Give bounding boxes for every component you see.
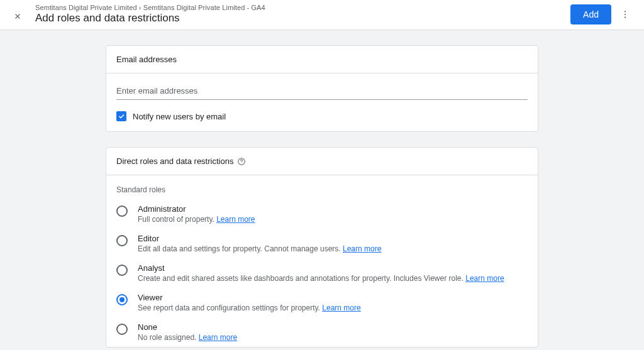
content: Email addresses Notify new users by emai…: [106, 45, 538, 350]
role-title: Editor: [138, 234, 528, 243]
svg-point-0: [625, 11, 626, 12]
page-title: Add roles and data restrictions: [35, 12, 265, 25]
email-input[interactable]: [116, 84, 528, 100]
page-header: Semtitans Digital Private Limited › Semt…: [0, 0, 644, 30]
help-icon[interactable]: [237, 157, 246, 166]
role-desc-text: Full control of property.: [138, 215, 216, 224]
title-block: Semtitans Digital Private Limited › Semt…: [35, 4, 265, 25]
roles-card-header: Direct roles and data restrictions: [106, 148, 538, 175]
notify-checkbox[interactable]: [116, 111, 126, 121]
header-right: Add: [570, 4, 634, 25]
role-description: No role assigned. Learn more: [138, 333, 528, 342]
role-row-none[interactable]: NoneNo role assigned. Learn more: [106, 317, 538, 347]
close-button[interactable]: [10, 9, 25, 24]
role-radio-analyst[interactable]: [116, 265, 128, 276]
role-desc-text: Create and edit shared assets like dashb…: [138, 274, 465, 283]
role-desc-text: Edit all data and settings for property.…: [138, 244, 343, 253]
role-row-editor[interactable]: EditorEdit all data and settings for pro…: [106, 229, 538, 258]
role-desc-text: See report data and configuration settin…: [138, 304, 322, 312]
svg-point-2: [625, 16, 626, 18]
notify-label: Notify new users by email: [133, 112, 226, 121]
learn-more-link[interactable]: Learn more: [322, 304, 360, 312]
role-description: Full control of property. Learn more: [138, 215, 528, 224]
more-menu-button[interactable]: [616, 6, 634, 23]
role-description: Create and edit shared assets like dashb…: [138, 274, 528, 283]
role-title: Analyst: [138, 263, 528, 273]
learn-more-link[interactable]: Learn more: [465, 274, 504, 283]
role-row-administrator[interactable]: AdministratorFull control of property. L…: [106, 199, 538, 229]
breadcrumb: Semtitans Digital Private Limited › Semt…: [35, 4, 265, 11]
svg-point-1: [625, 13, 626, 14]
roles-card: Direct roles and data restrictions Stand…: [106, 147, 538, 347]
role-text: EditorEdit all data and settings for pro…: [138, 234, 528, 253]
role-radio-none[interactable]: [116, 324, 128, 335]
role-text: ViewerSee report data and configuration …: [138, 293, 528, 312]
notify-row[interactable]: Notify new users by email: [116, 111, 528, 121]
role-row-viewer[interactable]: ViewerSee report data and configuration …: [106, 288, 538, 317]
role-row-analyst[interactable]: AnalystCreate and edit shared assets lik…: [106, 258, 538, 288]
role-radio-editor[interactable]: [116, 235, 128, 246]
role-description: Edit all data and settings for property.…: [138, 244, 528, 253]
roles-card-title: Direct roles and data restrictions: [116, 156, 233, 166]
header-left: Semtitans Digital Private Limited › Semt…: [10, 4, 570, 25]
more-vert-icon: [620, 9, 630, 19]
learn-more-link[interactable]: Learn more: [199, 333, 237, 342]
role-desc-text: No role assigned.: [138, 333, 199, 342]
learn-more-link[interactable]: Learn more: [343, 244, 381, 253]
role-text: NoneNo role assigned. Learn more: [138, 322, 528, 342]
check-icon: [118, 112, 125, 120]
email-card-header: Email addresses: [106, 46, 538, 74]
roles-card-body: Standard roles AdministratorFull control…: [106, 175, 538, 347]
role-title: None: [138, 322, 528, 332]
role-radio-viewer[interactable]: [116, 294, 128, 305]
email-card: Email addresses Notify new users by emai…: [106, 45, 538, 132]
email-card-body: Notify new users by email: [106, 74, 538, 131]
close-icon: [13, 12, 22, 21]
role-title: Administrator: [138, 204, 528, 214]
role-title: Viewer: [138, 293, 528, 302]
add-button[interactable]: Add: [570, 4, 611, 25]
role-description: See report data and configuration settin…: [138, 304, 528, 312]
roles-list: AdministratorFull control of property. L…: [106, 199, 538, 347]
role-radio-administrator[interactable]: [116, 205, 128, 217]
svg-point-4: [242, 163, 242, 163]
standard-roles-label: Standard roles: [106, 175, 538, 199]
role-text: AdministratorFull control of property. L…: [138, 204, 528, 224]
role-text: AnalystCreate and edit shared assets lik…: [138, 263, 528, 283]
learn-more-link[interactable]: Learn more: [216, 215, 255, 224]
